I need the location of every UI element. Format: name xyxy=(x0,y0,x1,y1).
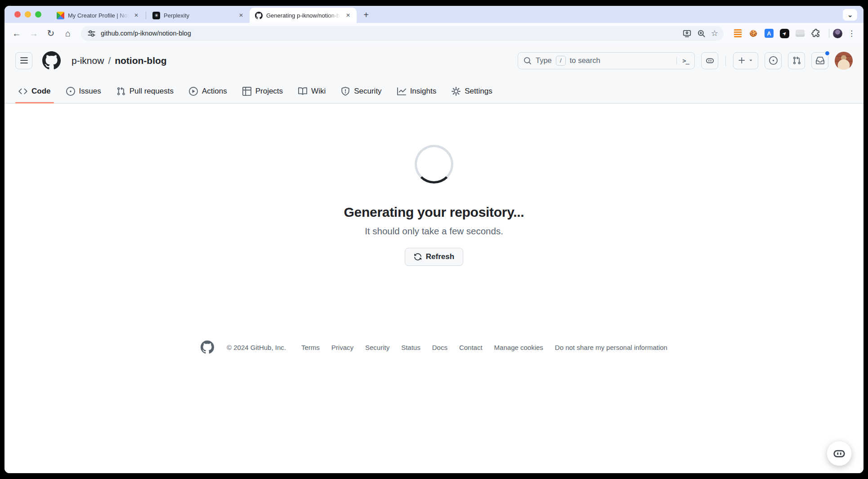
issue-opened-icon xyxy=(769,56,778,65)
close-tab-icon[interactable]: ✕ xyxy=(344,11,352,19)
extension-send-icon[interactable]: ➤ xyxy=(780,29,789,38)
slash-key-hint: / xyxy=(556,56,566,66)
bookmark-star-icon[interactable]: ☆ xyxy=(711,28,718,38)
tab-perplexity[interactable]: ✳ Perplexity ✕ xyxy=(147,8,250,23)
inbox-icon xyxy=(816,56,824,65)
plus-icon xyxy=(738,56,746,65)
issue-opened-icon xyxy=(66,87,75,96)
tab-wiki[interactable]: Wiki xyxy=(291,81,333,103)
nav-label: Settings xyxy=(465,87,492,96)
footer-link-contact[interactable]: Contact xyxy=(459,344,483,351)
close-window-button[interactable] xyxy=(14,11,21,18)
command-palette-icon[interactable]: >_ xyxy=(676,57,689,64)
breadcrumb-repo[interactable]: notion-blog xyxy=(115,55,166,66)
repo-nav: Code Issues Pull requests Actions Projec… xyxy=(4,77,864,103)
window-controls xyxy=(4,6,51,23)
unread-notification-dot xyxy=(824,50,830,56)
tab-actions[interactable]: Actions xyxy=(181,81,235,103)
extension-a-icon[interactable]: A xyxy=(765,29,774,38)
extensions-row: 🍪 A ➤ xyxy=(729,28,825,38)
tab-security[interactable]: Security xyxy=(333,81,389,103)
copilot-button[interactable] xyxy=(701,52,718,69)
footer-link-security[interactable]: Security xyxy=(365,344,389,351)
create-new-button[interactable] xyxy=(733,52,758,69)
url-text[interactable]: github.com/p-iknow/notion-blog xyxy=(101,30,678,37)
breadcrumb-owner[interactable]: p-iknow xyxy=(72,55,104,66)
tab-pull-requests[interactable]: Pull requests xyxy=(109,81,181,103)
git-pull-request-icon xyxy=(792,56,801,65)
tab-title: Generating p-iknow/notion-b xyxy=(266,12,340,19)
footer-link-docs[interactable]: Docs xyxy=(432,344,447,351)
pull-requests-button[interactable] xyxy=(788,52,805,69)
home-button[interactable]: ⌂ xyxy=(60,26,76,41)
extension-list-icon[interactable] xyxy=(734,29,742,38)
site-settings-icon[interactable] xyxy=(86,28,96,38)
browser-menu-icon[interactable]: ⋮ xyxy=(844,29,859,38)
git-pull-request-icon xyxy=(116,87,125,96)
tab-projects[interactable]: Projects xyxy=(235,81,291,103)
breadcrumb: p-iknow / notion-blog xyxy=(72,55,167,66)
hamburger-menu-button[interactable] xyxy=(15,52,32,69)
user-avatar[interactable] xyxy=(835,52,853,70)
gear-icon xyxy=(452,87,461,96)
tab-title: Perplexity xyxy=(164,12,233,19)
book-icon xyxy=(298,87,307,96)
extensions-puzzle-icon[interactable] xyxy=(811,28,821,38)
copilot-icon xyxy=(706,56,714,65)
caret-down-icon xyxy=(748,57,754,63)
tab-insights[interactable]: Insights xyxy=(389,81,444,103)
copilot-fab-button[interactable] xyxy=(827,441,852,466)
browser-profile-avatar[interactable] xyxy=(833,29,842,38)
tab-strip: My Creator Profile | Notion ✕ ✳ Perplexi… xyxy=(4,6,864,23)
search-icon xyxy=(523,57,532,65)
extension-stamp-icon[interactable] xyxy=(796,30,805,37)
refresh-button[interactable]: Refresh xyxy=(405,248,463,266)
table-icon xyxy=(242,87,251,96)
address-bar[interactable]: github.com/p-iknow/notion-blog ☆ xyxy=(81,26,724,41)
back-button[interactable]: ← xyxy=(9,26,24,41)
new-tab-button[interactable]: + xyxy=(359,8,373,22)
shield-icon xyxy=(341,87,350,96)
footer-link-status[interactable]: Status xyxy=(401,344,421,351)
minimize-window-button[interactable] xyxy=(25,11,31,18)
search-placeholder-suffix: to search xyxy=(570,56,600,65)
nav-label: Wiki xyxy=(311,87,326,96)
graph-icon xyxy=(397,87,406,96)
forward-button[interactable]: → xyxy=(26,26,41,41)
close-tab-icon[interactable]: ✕ xyxy=(132,11,140,19)
footer-link-manage-cookies[interactable]: Manage cookies xyxy=(494,344,543,351)
main-content: Generating your repository... It should … xyxy=(4,103,864,473)
issues-button[interactable] xyxy=(765,52,782,69)
footer-link-do-not-share[interactable]: Do not share my personal information xyxy=(555,344,667,351)
footer-link-privacy[interactable]: Privacy xyxy=(331,344,353,351)
browser-window: My Creator Profile | Notion ✕ ✳ Perplexi… xyxy=(4,6,864,473)
github-logo[interactable] xyxy=(42,51,61,70)
install-app-icon[interactable] xyxy=(682,28,692,38)
tab-divider xyxy=(146,11,146,19)
search-input[interactable]: Type / to search >_ xyxy=(518,52,695,69)
loading-spinner xyxy=(415,145,453,184)
tab-settings[interactable]: Settings xyxy=(444,81,500,103)
footer-link-terms[interactable]: Terms xyxy=(301,344,320,351)
page-title: Generating your repository... xyxy=(344,205,524,220)
nav-label: Pull requests xyxy=(130,87,174,96)
extension-cookie-icon[interactable]: 🍪 xyxy=(748,28,758,38)
github-footer: © 2024 GitHub, Inc. Terms Privacy Securi… xyxy=(201,340,667,354)
close-tab-icon[interactable]: ✕ xyxy=(237,11,245,19)
zoom-window-button[interactable] xyxy=(35,11,41,18)
tab-code[interactable]: Code xyxy=(11,81,58,103)
reload-button[interactable]: ↻ xyxy=(43,26,58,41)
github-header: p-iknow / notion-blog Type / to search >… xyxy=(4,44,864,77)
zoom-page-icon[interactable] xyxy=(697,28,707,38)
perplexity-favicon: ✳ xyxy=(152,12,160,19)
notion-favicon xyxy=(57,12,64,19)
nav-label: Security xyxy=(354,87,381,96)
tab-issues[interactable]: Issues xyxy=(58,81,109,103)
tab-github-active[interactable]: Generating p-iknow/notion-b ✕ xyxy=(250,8,357,23)
sync-icon xyxy=(414,253,422,261)
github-footer-logo xyxy=(201,340,214,354)
nav-label: Code xyxy=(31,87,51,96)
tab-notion[interactable]: My Creator Profile | Notion ✕ xyxy=(51,8,145,23)
tab-search-chevron-button[interactable]: ⌄ xyxy=(843,9,857,21)
copilot-icon xyxy=(833,447,846,460)
